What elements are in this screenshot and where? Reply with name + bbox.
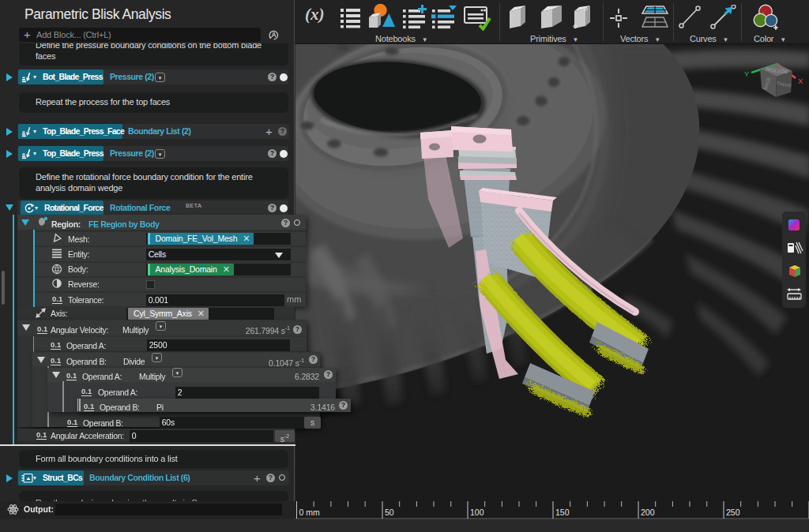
svg-text:Y: Y [744, 69, 750, 78]
svg-text:200: 200 [641, 508, 655, 517]
svg-text:0 mm: 0 mm [299, 508, 321, 517]
svg-text:50: 50 [385, 508, 394, 517]
svg-text:150: 150 [555, 508, 570, 517]
svg-text:100: 100 [470, 508, 484, 517]
svg-text:A: A [271, 31, 276, 39]
svg-text:X: X [798, 77, 803, 85]
svg-text:250: 250 [726, 508, 740, 517]
